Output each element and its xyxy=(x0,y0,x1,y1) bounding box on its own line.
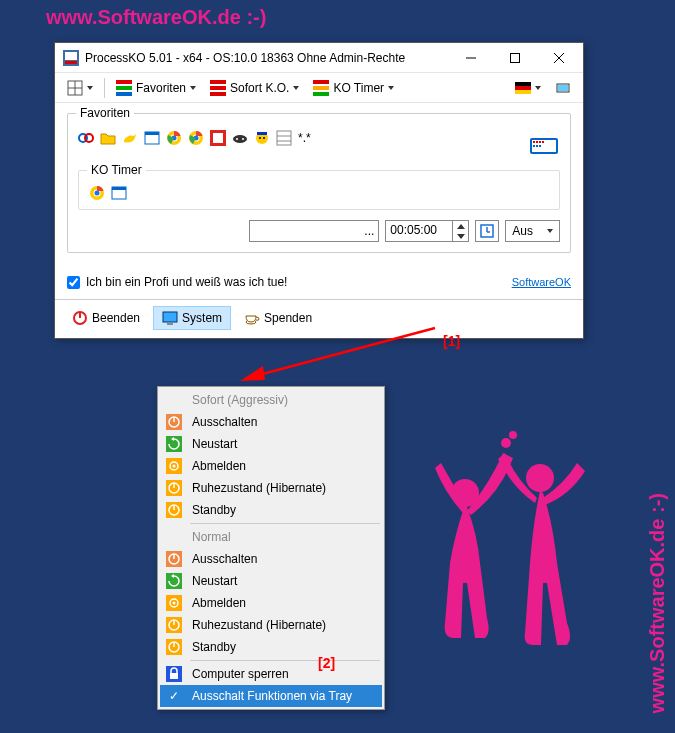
svg-rect-5 xyxy=(65,52,77,60)
toolbar-favoriten-label: Favoriten xyxy=(136,81,186,95)
fav-icon-folder[interactable] xyxy=(100,130,116,146)
fav-icon-chrome2[interactable] xyxy=(188,130,204,146)
caret-down-icon xyxy=(388,86,394,90)
softwareok-link[interactable]: SoftwareOK xyxy=(512,276,571,288)
caret-down-icon xyxy=(535,86,541,90)
time-spinner[interactable]: 00:05:00 xyxy=(385,220,469,242)
favoriten-icons: *.* xyxy=(78,130,311,146)
toolbar: Favoriten Sofort K.O. KO Timer xyxy=(55,73,583,103)
menu-abmelden-normal[interactable]: Abmelden xyxy=(160,592,382,614)
fav-wildcard[interactable]: *.* xyxy=(298,131,311,145)
system-button[interactable]: System xyxy=(153,306,231,330)
svg-point-46 xyxy=(263,137,265,139)
toolbar-grid-button[interactable] xyxy=(61,76,99,100)
fav-icon-red[interactable] xyxy=(210,130,226,146)
svg-rect-105 xyxy=(170,673,178,679)
menu-ausschalten-aggressive[interactable]: Ausschalten xyxy=(160,411,382,433)
svg-rect-18 xyxy=(210,86,226,90)
menu-tray-functions[interactable]: ✓ Ausschalt Funktionen via Tray xyxy=(160,685,382,707)
minimize-button[interactable] xyxy=(449,44,493,72)
time-value[interactable]: 00:05:00 xyxy=(386,221,452,241)
menu-standby-normal[interactable]: Standby xyxy=(160,636,382,658)
fav-icon-grid[interactable] xyxy=(276,130,292,146)
menu-label: Ruhezustand (Hibernate) xyxy=(192,618,326,632)
menu-hibernate-normal[interactable]: Ruhezustand (Hibernate) xyxy=(160,614,382,636)
spin-down[interactable] xyxy=(453,231,468,241)
beenden-button[interactable]: Beenden xyxy=(63,306,149,330)
menu-abmelden-aggressive[interactable]: Abmelden xyxy=(160,455,382,477)
path-input[interactable]: ... xyxy=(249,220,379,242)
svg-rect-52 xyxy=(533,141,535,143)
menu-neustart-normal[interactable]: Neustart xyxy=(160,570,382,592)
toolbar-flag-button[interactable] xyxy=(509,76,547,100)
svg-point-1 xyxy=(526,464,554,492)
fav-icon-face[interactable] xyxy=(254,130,270,146)
fav-icon-chrome[interactable] xyxy=(166,130,182,146)
menu-ausschalten-normal[interactable]: Ausschalten xyxy=(160,548,382,570)
fav-icon-gamepad[interactable] xyxy=(232,130,248,146)
aus-dropdown[interactable]: Aus xyxy=(505,220,560,242)
ko-timer-legend: KO Timer xyxy=(87,163,146,177)
profi-checkbox-label[interactable]: Ich bin ein Profi und weiß was ich tue! xyxy=(67,275,287,289)
menu-neustart-aggressive[interactable]: Neustart xyxy=(160,433,382,455)
menu-label: Neustart xyxy=(192,574,237,588)
svg-point-61 xyxy=(95,191,100,196)
clock-button[interactable] xyxy=(475,220,499,242)
menu-label: Neustart xyxy=(192,437,237,451)
spin-up[interactable] xyxy=(453,221,468,231)
svg-rect-56 xyxy=(533,145,535,147)
power-icon xyxy=(166,414,182,430)
annotation-1: [1] xyxy=(443,333,460,349)
toolbar-timer[interactable]: KO Timer xyxy=(307,76,400,100)
svg-rect-6 xyxy=(65,61,77,64)
flag-de-icon xyxy=(515,80,531,96)
fav-icon-window[interactable] xyxy=(144,130,160,146)
menu-label: Computer sperren xyxy=(192,667,289,681)
svg-rect-47 xyxy=(277,131,291,145)
spenden-button[interactable]: Spenden xyxy=(235,306,321,330)
app-icon xyxy=(63,50,79,66)
favoriten-legend: Favoriten xyxy=(76,106,134,120)
svg-rect-72 xyxy=(167,323,173,325)
timer-controls: ... 00:05:00 Aus xyxy=(78,220,560,242)
logout-icon xyxy=(166,458,182,474)
close-button[interactable] xyxy=(537,44,581,72)
sofort-icon xyxy=(210,80,226,96)
fav-icon-1[interactable] xyxy=(78,130,94,146)
menu-standby-aggressive[interactable]: Standby xyxy=(160,499,382,521)
maximize-button[interactable] xyxy=(493,44,537,72)
svg-rect-53 xyxy=(536,141,538,143)
keyboard-icon[interactable] xyxy=(528,130,560,162)
svg-rect-39 xyxy=(213,133,223,143)
ko-icon-window[interactable] xyxy=(111,185,127,201)
menu-label: Ausschalten xyxy=(192,552,257,566)
power-icon xyxy=(72,310,88,326)
menu-header-aggressive: Sofort (Aggressiv) xyxy=(160,389,382,411)
svg-point-40 xyxy=(233,135,247,143)
fav-icon-bird[interactable] xyxy=(122,130,138,146)
svg-point-97 xyxy=(173,602,176,605)
svg-rect-63 xyxy=(112,187,126,190)
titlebar[interactable]: ProcessKO 5.01 - x64 - OS:10.0 18363 Ohn… xyxy=(55,43,583,73)
window-title: ProcessKO 5.01 - x64 - OS:10.0 18363 Ohn… xyxy=(85,51,449,65)
profi-checkbox[interactable] xyxy=(67,276,80,289)
caret-down-icon xyxy=(547,229,553,233)
svg-marker-65 xyxy=(457,234,465,239)
restart-icon xyxy=(166,436,182,452)
svg-rect-22 xyxy=(313,92,329,96)
restart-icon xyxy=(166,573,182,589)
path-browse[interactable]: ... xyxy=(364,224,374,238)
menu-label: Abmelden xyxy=(192,459,246,473)
menu-lock[interactable]: Computer sperren xyxy=(160,663,382,685)
toolbar-sofort-label: Sofort K.O. xyxy=(230,81,289,95)
toolbar-sofort[interactable]: Sofort K.O. xyxy=(204,76,305,100)
favoriten-icon xyxy=(116,80,132,96)
toolbar-tray-button[interactable] xyxy=(549,76,577,100)
caret-down-icon xyxy=(293,86,299,90)
favoriten-group: Favoriten *.* KO Timer xyxy=(67,113,571,253)
menu-hibernate-aggressive[interactable]: Ruhezustand (Hibernate) xyxy=(160,477,382,499)
toolbar-favoriten[interactable]: Favoriten xyxy=(110,76,202,100)
ko-icon-chrome[interactable] xyxy=(89,185,105,201)
logout-icon xyxy=(166,595,182,611)
svg-rect-23 xyxy=(515,82,531,86)
